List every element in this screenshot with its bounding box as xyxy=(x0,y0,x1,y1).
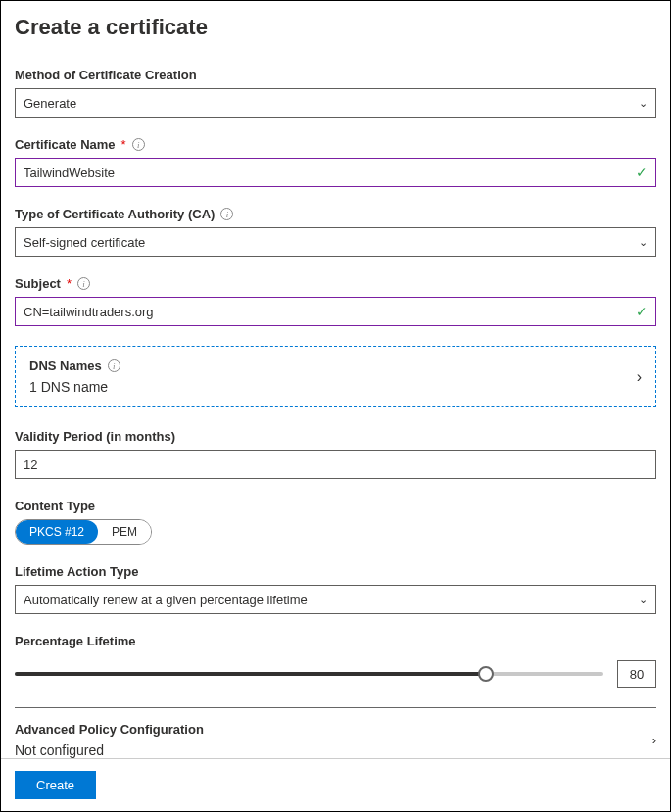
select-lifetime-action[interactable]: Automatically renew at a given percentag… xyxy=(15,585,656,614)
label-cert-name: Certificate Name xyxy=(15,137,116,152)
field-percentage: Percentage Lifetime 80 xyxy=(15,634,656,708)
info-icon[interactable]: i xyxy=(132,138,145,151)
select-method[interactable]: Generate ⌄ xyxy=(15,88,656,118)
field-ca-type: Type of Certificate Authority (CA) i Sel… xyxy=(15,207,656,257)
field-content-type: Content Type PKCS #12 PEM xyxy=(15,499,656,545)
required-marker: * xyxy=(121,137,126,152)
content-type-toggle: PKCS #12 PEM xyxy=(15,519,152,545)
label-lifetime-action: Lifetime Action Type xyxy=(15,564,138,579)
slider-percentage[interactable] xyxy=(15,666,603,682)
field-validity: Validity Period (in months) 12 xyxy=(15,429,656,479)
chevron-right-icon: › xyxy=(637,368,642,386)
field-subject: Subject * i CN=tailwindtraders.org ✓ xyxy=(15,276,656,326)
label-percentage: Percentage Lifetime xyxy=(15,634,136,648)
check-icon: ✓ xyxy=(636,165,647,180)
select-ca-type[interactable]: Self-signed certificate ⌄ xyxy=(15,227,656,257)
select-lifetime-action-value: Automatically renew at a given percentag… xyxy=(24,593,308,607)
select-ca-type-value: Self-signed certificate xyxy=(24,235,145,250)
chevron-down-icon: ⌄ xyxy=(639,594,647,606)
input-cert-name-value: TailwindWebsite xyxy=(24,166,115,180)
input-cert-name[interactable]: TailwindWebsite ✓ xyxy=(15,158,656,187)
field-method: Method of Certificate Creation Generate … xyxy=(15,68,656,118)
advanced-policy-row[interactable]: Advanced Policy Configuration Not config… xyxy=(15,708,656,758)
dns-names-value: 1 DNS name xyxy=(29,379,120,395)
input-validity-value: 12 xyxy=(24,457,37,472)
input-percentage-value[interactable]: 80 xyxy=(617,660,656,688)
slider-thumb[interactable] xyxy=(478,666,494,682)
required-marker: * xyxy=(67,276,72,291)
info-icon[interactable]: i xyxy=(77,277,90,290)
check-icon: ✓ xyxy=(636,304,647,319)
dns-names-box[interactable]: DNS Names i 1 DNS name › xyxy=(15,346,656,407)
info-icon[interactable]: i xyxy=(220,208,233,220)
input-subject-value: CN=tailwindtraders.org xyxy=(24,305,154,319)
pill-pem[interactable]: PEM xyxy=(98,520,151,544)
label-ca-type: Type of Certificate Authority (CA) xyxy=(15,207,215,221)
pill-pkcs12[interactable]: PKCS #12 xyxy=(16,520,98,544)
field-cert-name: Certificate Name * i TailwindWebsite ✓ xyxy=(15,137,656,187)
label-advanced: Advanced Policy Configuration xyxy=(15,722,204,737)
label-subject: Subject xyxy=(15,276,61,291)
label-dns-names: DNS Names xyxy=(29,358,102,373)
info-icon[interactable]: i xyxy=(108,359,120,372)
label-method: Method of Certificate Creation xyxy=(15,68,197,82)
footer: Create xyxy=(1,758,670,811)
input-subject[interactable]: CN=tailwindtraders.org ✓ xyxy=(15,297,656,326)
slider-track-fill xyxy=(15,672,486,676)
label-content-type: Content Type xyxy=(15,499,95,513)
field-lifetime-action: Lifetime Action Type Automatically renew… xyxy=(15,564,656,614)
advanced-value: Not configured xyxy=(15,742,204,758)
create-button[interactable]: Create xyxy=(15,771,96,799)
chevron-down-icon: ⌄ xyxy=(639,97,647,110)
chevron-right-icon: › xyxy=(652,733,656,747)
label-validity: Validity Period (in months) xyxy=(15,429,175,444)
page-title: Create a certificate xyxy=(15,15,656,40)
chevron-down-icon: ⌄ xyxy=(639,236,647,249)
select-method-value: Generate xyxy=(24,96,76,111)
input-validity[interactable]: 12 xyxy=(15,450,656,479)
